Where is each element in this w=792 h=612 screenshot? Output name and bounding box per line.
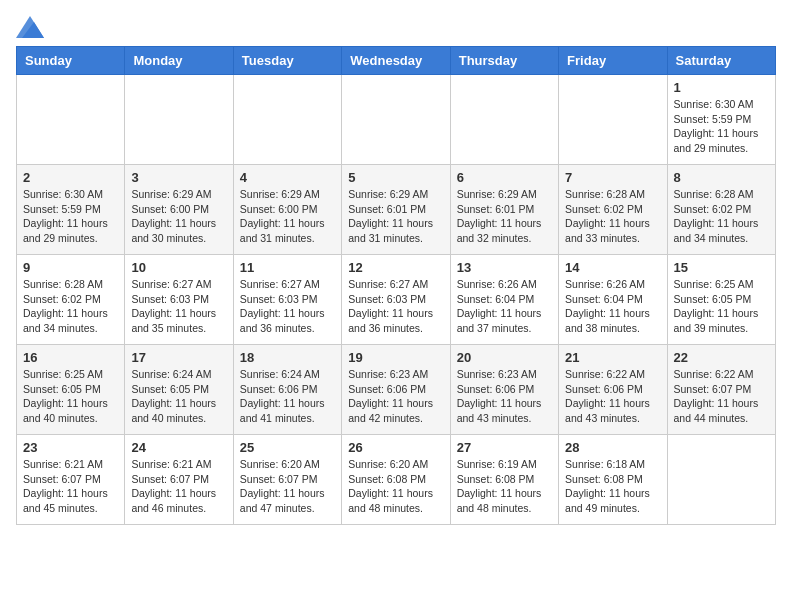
day-info: Sunrise: 6:21 AM Sunset: 6:07 PM Dayligh… — [131, 457, 226, 516]
calendar-cell: 17Sunrise: 6:24 AM Sunset: 6:05 PM Dayli… — [125, 345, 233, 435]
calendar-cell — [559, 75, 667, 165]
day-info: Sunrise: 6:30 AM Sunset: 5:59 PM Dayligh… — [23, 187, 118, 246]
calendar-cell: 4Sunrise: 6:29 AM Sunset: 6:00 PM Daylig… — [233, 165, 341, 255]
day-number: 12 — [348, 260, 443, 275]
day-number: 2 — [23, 170, 118, 185]
calendar-cell: 27Sunrise: 6:19 AM Sunset: 6:08 PM Dayli… — [450, 435, 558, 525]
day-info: Sunrise: 6:25 AM Sunset: 6:05 PM Dayligh… — [674, 277, 769, 336]
day-number: 6 — [457, 170, 552, 185]
day-info: Sunrise: 6:25 AM Sunset: 6:05 PM Dayligh… — [23, 367, 118, 426]
day-info: Sunrise: 6:26 AM Sunset: 6:04 PM Dayligh… — [565, 277, 660, 336]
logo — [16, 16, 48, 38]
week-row-1: 2Sunrise: 6:30 AM Sunset: 5:59 PM Daylig… — [17, 165, 776, 255]
calendar-cell: 7Sunrise: 6:28 AM Sunset: 6:02 PM Daylig… — [559, 165, 667, 255]
day-number: 28 — [565, 440, 660, 455]
day-info: Sunrise: 6:29 AM Sunset: 6:01 PM Dayligh… — [348, 187, 443, 246]
calendar-cell: 8Sunrise: 6:28 AM Sunset: 6:02 PM Daylig… — [667, 165, 775, 255]
day-number: 24 — [131, 440, 226, 455]
day-number: 15 — [674, 260, 769, 275]
calendar-table: SundayMondayTuesdayWednesdayThursdayFrid… — [16, 46, 776, 525]
calendar-cell: 3Sunrise: 6:29 AM Sunset: 6:00 PM Daylig… — [125, 165, 233, 255]
day-number: 5 — [348, 170, 443, 185]
calendar-cell: 24Sunrise: 6:21 AM Sunset: 6:07 PM Dayli… — [125, 435, 233, 525]
calendar-cell — [233, 75, 341, 165]
calendar-body: 1Sunrise: 6:30 AM Sunset: 5:59 PM Daylig… — [17, 75, 776, 525]
day-number: 9 — [23, 260, 118, 275]
week-row-4: 23Sunrise: 6:21 AM Sunset: 6:07 PM Dayli… — [17, 435, 776, 525]
day-info: Sunrise: 6:28 AM Sunset: 6:02 PM Dayligh… — [23, 277, 118, 336]
calendar-cell: 18Sunrise: 6:24 AM Sunset: 6:06 PM Dayli… — [233, 345, 341, 435]
day-number: 8 — [674, 170, 769, 185]
calendar-cell: 28Sunrise: 6:18 AM Sunset: 6:08 PM Dayli… — [559, 435, 667, 525]
day-info: Sunrise: 6:22 AM Sunset: 6:06 PM Dayligh… — [565, 367, 660, 426]
calendar-cell: 22Sunrise: 6:22 AM Sunset: 6:07 PM Dayli… — [667, 345, 775, 435]
day-number: 25 — [240, 440, 335, 455]
calendar-cell: 12Sunrise: 6:27 AM Sunset: 6:03 PM Dayli… — [342, 255, 450, 345]
day-number: 14 — [565, 260, 660, 275]
day-info: Sunrise: 6:23 AM Sunset: 6:06 PM Dayligh… — [457, 367, 552, 426]
page-header — [16, 16, 776, 38]
calendar-cell — [450, 75, 558, 165]
calendar-cell — [125, 75, 233, 165]
day-number: 20 — [457, 350, 552, 365]
day-info: Sunrise: 6:28 AM Sunset: 6:02 PM Dayligh… — [565, 187, 660, 246]
weekday-tuesday: Tuesday — [233, 47, 341, 75]
day-info: Sunrise: 6:27 AM Sunset: 6:03 PM Dayligh… — [348, 277, 443, 336]
day-info: Sunrise: 6:27 AM Sunset: 6:03 PM Dayligh… — [240, 277, 335, 336]
day-info: Sunrise: 6:20 AM Sunset: 6:07 PM Dayligh… — [240, 457, 335, 516]
calendar-cell: 21Sunrise: 6:22 AM Sunset: 6:06 PM Dayli… — [559, 345, 667, 435]
week-row-2: 9Sunrise: 6:28 AM Sunset: 6:02 PM Daylig… — [17, 255, 776, 345]
calendar-cell: 19Sunrise: 6:23 AM Sunset: 6:06 PM Dayli… — [342, 345, 450, 435]
day-info: Sunrise: 6:20 AM Sunset: 6:08 PM Dayligh… — [348, 457, 443, 516]
day-info: Sunrise: 6:18 AM Sunset: 6:08 PM Dayligh… — [565, 457, 660, 516]
calendar-cell: 23Sunrise: 6:21 AM Sunset: 6:07 PM Dayli… — [17, 435, 125, 525]
day-info: Sunrise: 6:29 AM Sunset: 6:00 PM Dayligh… — [131, 187, 226, 246]
day-number: 1 — [674, 80, 769, 95]
day-info: Sunrise: 6:22 AM Sunset: 6:07 PM Dayligh… — [674, 367, 769, 426]
calendar-cell: 10Sunrise: 6:27 AM Sunset: 6:03 PM Dayli… — [125, 255, 233, 345]
day-number: 11 — [240, 260, 335, 275]
day-number: 10 — [131, 260, 226, 275]
day-info: Sunrise: 6:24 AM Sunset: 6:05 PM Dayligh… — [131, 367, 226, 426]
calendar-cell: 2Sunrise: 6:30 AM Sunset: 5:59 PM Daylig… — [17, 165, 125, 255]
day-info: Sunrise: 6:29 AM Sunset: 6:01 PM Dayligh… — [457, 187, 552, 246]
week-row-3: 16Sunrise: 6:25 AM Sunset: 6:05 PM Dayli… — [17, 345, 776, 435]
day-number: 17 — [131, 350, 226, 365]
calendar-cell — [342, 75, 450, 165]
calendar-cell: 26Sunrise: 6:20 AM Sunset: 6:08 PM Dayli… — [342, 435, 450, 525]
calendar-cell: 13Sunrise: 6:26 AM Sunset: 6:04 PM Dayli… — [450, 255, 558, 345]
weekday-sunday: Sunday — [17, 47, 125, 75]
day-info: Sunrise: 6:21 AM Sunset: 6:07 PM Dayligh… — [23, 457, 118, 516]
calendar-cell — [667, 435, 775, 525]
calendar-cell — [17, 75, 125, 165]
calendar-cell: 14Sunrise: 6:26 AM Sunset: 6:04 PM Dayli… — [559, 255, 667, 345]
day-number: 19 — [348, 350, 443, 365]
calendar-cell: 20Sunrise: 6:23 AM Sunset: 6:06 PM Dayli… — [450, 345, 558, 435]
day-info: Sunrise: 6:30 AM Sunset: 5:59 PM Dayligh… — [674, 97, 769, 156]
calendar-cell: 5Sunrise: 6:29 AM Sunset: 6:01 PM Daylig… — [342, 165, 450, 255]
day-number: 18 — [240, 350, 335, 365]
weekday-monday: Monday — [125, 47, 233, 75]
calendar-cell: 15Sunrise: 6:25 AM Sunset: 6:05 PM Dayli… — [667, 255, 775, 345]
day-number: 27 — [457, 440, 552, 455]
day-number: 13 — [457, 260, 552, 275]
week-row-0: 1Sunrise: 6:30 AM Sunset: 5:59 PM Daylig… — [17, 75, 776, 165]
day-number: 23 — [23, 440, 118, 455]
calendar-cell: 9Sunrise: 6:28 AM Sunset: 6:02 PM Daylig… — [17, 255, 125, 345]
calendar-cell: 1Sunrise: 6:30 AM Sunset: 5:59 PM Daylig… — [667, 75, 775, 165]
weekday-thursday: Thursday — [450, 47, 558, 75]
weekday-header-row: SundayMondayTuesdayWednesdayThursdayFrid… — [17, 47, 776, 75]
weekday-friday: Friday — [559, 47, 667, 75]
calendar-cell: 6Sunrise: 6:29 AM Sunset: 6:01 PM Daylig… — [450, 165, 558, 255]
day-number: 21 — [565, 350, 660, 365]
weekday-saturday: Saturday — [667, 47, 775, 75]
day-number: 4 — [240, 170, 335, 185]
day-info: Sunrise: 6:23 AM Sunset: 6:06 PM Dayligh… — [348, 367, 443, 426]
day-info: Sunrise: 6:19 AM Sunset: 6:08 PM Dayligh… — [457, 457, 552, 516]
day-number: 16 — [23, 350, 118, 365]
day-number: 7 — [565, 170, 660, 185]
day-number: 22 — [674, 350, 769, 365]
day-info: Sunrise: 6:27 AM Sunset: 6:03 PM Dayligh… — [131, 277, 226, 336]
day-number: 26 — [348, 440, 443, 455]
day-info: Sunrise: 6:28 AM Sunset: 6:02 PM Dayligh… — [674, 187, 769, 246]
